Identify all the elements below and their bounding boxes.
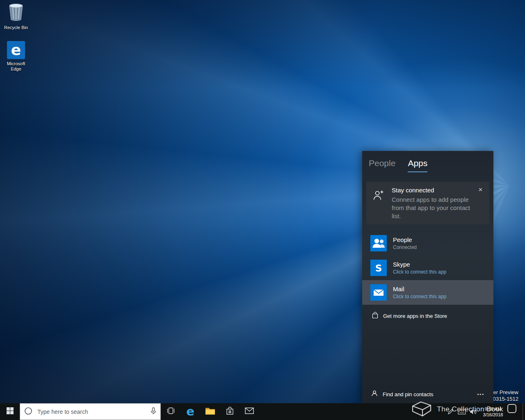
taskbar-mail-button[interactable] xyxy=(240,403,259,420)
get-more-apps-link[interactable]: Get more apps in the Store xyxy=(362,309,493,323)
person-icon xyxy=(371,390,378,398)
app-name: People xyxy=(393,236,417,243)
edge-icon: e xyxy=(186,406,194,418)
store-bag-icon xyxy=(226,406,234,417)
connected-apps-list: People Connected S Skype Click to connec… xyxy=(362,231,493,305)
desktop-wallpaper: Recycle Bin e Microsoft Edge nsider Prev… xyxy=(0,0,525,403)
skype-app-icon: S xyxy=(370,260,387,276)
flyout-tabs: People Apps xyxy=(362,151,493,172)
stay-connected-banner: Stay connected Connect apps to add peopl… xyxy=(366,182,489,224)
envelope-icon xyxy=(245,407,254,416)
windows-ink-pen-icon[interactable] xyxy=(445,403,456,420)
tab-people[interactable]: People xyxy=(369,158,395,172)
banner-text: Stay connected Connect apps to add peopl… xyxy=(392,187,476,224)
flyout-footer: Find and pin contacts ••• xyxy=(362,385,493,403)
cortana-icon xyxy=(24,407,32,417)
find-and-pin-label: Find and pin contacts xyxy=(383,391,434,397)
clock-date: 3/16/2018 xyxy=(483,412,503,418)
taskbar-search-box[interactable] xyxy=(20,403,161,420)
person-add-icon xyxy=(372,187,384,224)
get-more-apps-label: Get more apps in the Store xyxy=(383,313,447,319)
banner-title: Stay connected xyxy=(392,187,476,194)
search-input[interactable] xyxy=(32,409,151,415)
task-view-icon xyxy=(167,406,175,417)
taskbar-edge-button[interactable]: e xyxy=(180,403,200,420)
people-flyout-panel: People Apps Stay connected Connect apps … xyxy=(362,151,493,403)
app-row-people[interactable]: People Connected xyxy=(362,231,493,256)
start-button[interactable] xyxy=(0,403,20,420)
touch-keyboard-icon[interactable] xyxy=(456,403,468,420)
banner-body: Connect apps to add people from that app… xyxy=(392,196,476,220)
svg-text:S: S xyxy=(375,263,382,274)
mail-app-icon xyxy=(370,284,387,301)
recycle-bin-icon xyxy=(7,2,25,23)
taskbar-clock[interactable]: 9:30 AM 3/16/2018 xyxy=(479,403,507,420)
taskbar-spacer xyxy=(259,403,445,420)
app-status: Connected xyxy=(393,244,417,250)
task-view-button[interactable] xyxy=(161,403,180,420)
desktop-icon-recycle-bin[interactable]: Recycle Bin xyxy=(1,2,31,30)
app-name: Skype xyxy=(393,261,446,268)
action-center-area[interactable] xyxy=(507,403,523,420)
folder-icon xyxy=(205,407,215,417)
people-app-icon xyxy=(370,235,387,251)
tab-apps[interactable]: Apps xyxy=(408,158,427,172)
clock-time: 9:30 AM xyxy=(485,406,501,412)
show-desktop-button[interactable] xyxy=(523,403,525,420)
taskbar: e xyxy=(0,403,525,420)
app-row-skype[interactable]: S Skype Click to connect this app xyxy=(362,256,493,280)
volume-icon[interactable] xyxy=(468,403,479,420)
desktop-icon-label: Microsoft Edge xyxy=(3,61,29,72)
windows-logo-icon xyxy=(7,407,14,416)
store-icon xyxy=(372,312,378,320)
taskbar-file-explorer-button[interactable] xyxy=(200,403,220,420)
desktop-icon-label: Recycle Bin xyxy=(4,25,28,30)
app-status: Click to connect this app xyxy=(393,269,446,275)
app-name: Mail xyxy=(393,285,446,292)
more-options-icon[interactable]: ••• xyxy=(475,390,486,398)
app-row-mail[interactable]: Mail Click to connect this app xyxy=(362,280,493,305)
edge-icon: e xyxy=(7,41,25,59)
close-icon[interactable]: ✕ xyxy=(477,186,484,194)
desktop-icon-microsoft-edge[interactable]: e Microsoft Edge xyxy=(1,41,31,72)
find-and-pin-contacts-button[interactable]: Find and pin contacts xyxy=(371,390,434,398)
app-status: Click to connect this app xyxy=(393,294,446,299)
taskbar-store-button[interactable] xyxy=(220,403,240,420)
microphone-icon[interactable] xyxy=(151,407,156,416)
